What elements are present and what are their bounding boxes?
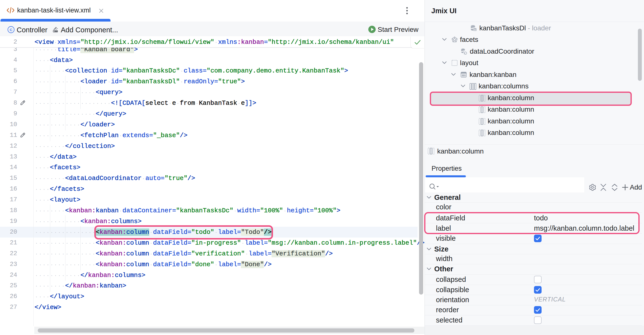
svg-text:C: C bbox=[10, 28, 12, 32]
